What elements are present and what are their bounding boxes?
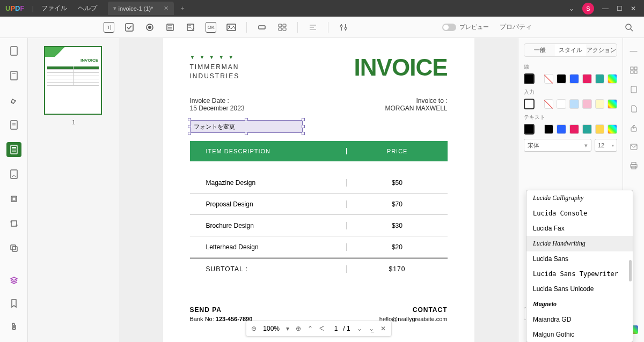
font-option[interactable]: Lucida Sans Unicode <box>526 281 633 296</box>
border-color-teal[interactable] <box>595 74 605 84</box>
font-option[interactable]: Lucida Calligraphy <box>526 190 633 206</box>
invoice-to-value: MORGAN MAXWELL <box>385 105 447 112</box>
sidebar-highlight-icon[interactable] <box>6 93 21 108</box>
font-dropdown[interactable]: Lucida CalligraphyLucida ConsoleLucida F… <box>526 190 633 342</box>
tab-action[interactable]: アクション <box>586 44 617 56</box>
preview-toggle[interactable]: プレビュー <box>442 23 489 31</box>
right-export-icon[interactable] <box>630 124 638 132</box>
border-color-black[interactable] <box>557 74 566 84</box>
page-thumbnail[interactable]: INVOICE <box>44 46 102 115</box>
table-row: Letterhead Design$20 <box>190 236 448 258</box>
last-page-button[interactable]: ⌄̲ <box>369 325 374 332</box>
right-print-icon[interactable] <box>630 162 638 169</box>
settings-tool-icon[interactable] <box>338 22 349 33</box>
button-tool-icon[interactable]: OK <box>206 22 216 33</box>
sidebar-copy-icon[interactable] <box>6 241 21 256</box>
next-page-button[interactable]: ⌄ <box>357 325 362 332</box>
tab-general[interactable]: 一般 <box>524 44 555 56</box>
border-color-blue[interactable] <box>569 74 579 84</box>
svg-point-21 <box>340 25 342 27</box>
sidebar-crop-icon[interactable] <box>6 216 21 231</box>
fill-color-pink[interactable] <box>582 99 592 109</box>
text-color-yellow[interactable] <box>595 124 605 134</box>
font-option[interactable]: Lucida Console <box>526 206 633 221</box>
list-tool-icon[interactable] <box>165 22 175 33</box>
font-option[interactable]: Lucida Handwriting <box>526 236 633 251</box>
fill-color-white[interactable] <box>557 99 566 109</box>
svg-rect-12 <box>259 26 265 29</box>
dropdown-tool-icon[interactable] <box>185 22 196 33</box>
document-area[interactable]: ▼▼▼▼▼ TIMMERMAN INDUSTRIES INVOICE Invoi… <box>119 38 518 342</box>
sidebar-attachment-icon[interactable] <box>6 319 21 334</box>
fill-color-lightblue[interactable] <box>569 99 579 109</box>
selected-form-field[interactable] <box>190 120 303 133</box>
sidebar-organize-icon[interactable] <box>6 167 21 182</box>
right-mail-icon[interactable] <box>630 144 638 150</box>
text-color-blue[interactable] <box>557 124 566 134</box>
right-page-icon[interactable] <box>631 86 637 93</box>
font-option[interactable]: Malgun Gothic <box>526 327 633 342</box>
font-option[interactable]: Lucida Sans <box>526 251 633 266</box>
text-color-teal[interactable] <box>582 124 592 134</box>
sidebar-protect-icon[interactable] <box>6 191 21 206</box>
user-avatar[interactable]: S <box>582 3 594 14</box>
zoom-in-button[interactable]: ⊕ <box>296 325 301 332</box>
dropdown-scrollbar[interactable] <box>629 260 632 281</box>
font-size-select[interactable]: 12▾ <box>595 139 617 152</box>
close-nav-button[interactable]: ✕ <box>380 325 386 332</box>
fill-color-lightyellow[interactable] <box>595 99 605 109</box>
menu-help[interactable]: ヘルプ <box>72 4 103 13</box>
multi-field-icon[interactable] <box>277 22 288 33</box>
close-tab-icon[interactable]: ✕ <box>164 5 169 12</box>
menu-file[interactable]: ファイル <box>36 4 72 13</box>
right-grid-icon[interactable] <box>630 66 638 74</box>
text-color-current[interactable] <box>524 124 535 135</box>
text-color-black[interactable] <box>544 124 554 134</box>
text-color-red[interactable] <box>569 124 579 134</box>
fill-color-rainbow[interactable] <box>608 99 617 109</box>
text-field-tool-icon[interactable]: T| <box>104 22 114 33</box>
right-collapse-icon[interactable]: — <box>630 46 638 55</box>
font-option[interactable]: Magneto <box>526 296 633 312</box>
form-text-input[interactable] <box>190 120 303 133</box>
chevron-down-icon[interactable]: ⌄ <box>569 5 574 12</box>
sidebar-page-icon[interactable] <box>6 43 21 58</box>
sidebar-comment-icon[interactable] <box>6 117 21 132</box>
zoom-out-button[interactable]: ⊖ <box>251 325 257 332</box>
zoom-level[interactable]: 100% <box>263 325 280 332</box>
sidebar-bookmark-icon[interactable] <box>6 296 21 311</box>
document-tab[interactable]: ▾ invoice-1 (1)* ✕ <box>108 2 174 15</box>
zoom-dropdown-icon[interactable]: ▾ <box>286 325 289 332</box>
search-icon[interactable] <box>625 23 633 32</box>
right-file-icon[interactable] <box>631 105 637 113</box>
align-tool-icon[interactable] <box>308 22 318 33</box>
font-option[interactable]: Maiandra GD <box>526 312 633 327</box>
border-color-none[interactable] <box>544 74 554 84</box>
fill-color-current[interactable] <box>524 99 535 109</box>
font-family-select[interactable]: 宋体▾ <box>524 139 591 152</box>
maximize-icon[interactable]: ☐ <box>617 5 623 12</box>
text-section-label: テキスト <box>524 114 617 121</box>
border-color-rainbow[interactable] <box>608 74 617 84</box>
add-tab-button[interactable]: ＋ <box>179 4 186 13</box>
close-window-icon[interactable]: ✕ <box>631 5 636 12</box>
checkbox-tool-icon[interactable] <box>124 22 135 33</box>
page-input[interactable] <box>331 325 341 332</box>
sidebar-layers-icon[interactable] <box>6 273 21 288</box>
tab-style[interactable]: スタイル <box>555 44 586 56</box>
single-field-icon[interactable] <box>257 22 267 33</box>
first-page-button[interactable]: ⌃ <box>308 325 313 332</box>
prev-page-button[interactable]: ᐸ <box>319 325 324 332</box>
border-color-current[interactable] <box>524 73 535 84</box>
image-tool-icon[interactable] <box>226 22 237 33</box>
radio-tool-icon[interactable] <box>144 22 155 33</box>
border-color-red[interactable] <box>582 74 592 84</box>
sidebar-form-icon[interactable] <box>6 142 21 157</box>
text-color-rainbow[interactable] <box>608 124 617 134</box>
minimize-icon[interactable]: — <box>602 5 609 12</box>
thumbnail-page-number: 1 <box>44 119 103 125</box>
font-option[interactable]: Lucida Sans Typewriter <box>526 266 633 281</box>
fill-color-none[interactable] <box>544 99 554 109</box>
font-option[interactable]: Lucida Fax <box>526 221 633 236</box>
sidebar-edit-icon[interactable] <box>6 68 21 83</box>
